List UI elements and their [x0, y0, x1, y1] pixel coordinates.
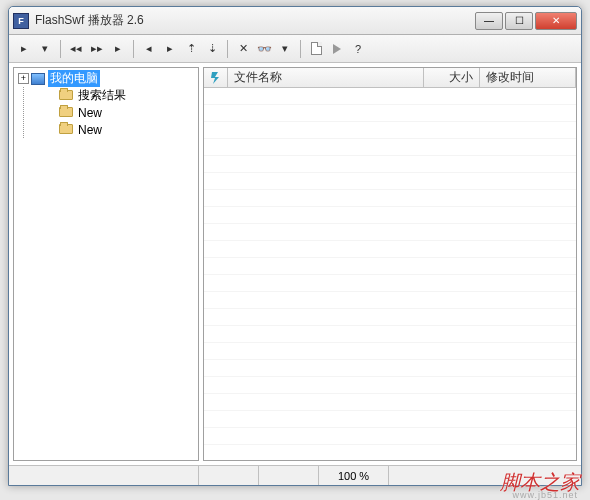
- folder-icon: [59, 90, 73, 102]
- statusbar: 100 %: [9, 465, 581, 485]
- tree-children: 搜索结果 New New: [23, 87, 196, 138]
- status-zoom: 100 %: [319, 466, 389, 485]
- list-header: 文件名称 大小 修改时间: [204, 68, 576, 88]
- window-title: FlashSwf 播放器 2.6: [35, 12, 475, 29]
- search-icon[interactable]: 👓: [255, 40, 273, 58]
- tree-label: 搜索结果: [76, 87, 128, 104]
- separator: [133, 40, 134, 58]
- play-icon[interactable]: ▸: [15, 40, 33, 58]
- status-cell: [199, 466, 259, 485]
- fastforward-icon[interactable]: ▸▸: [88, 40, 106, 58]
- status-cell: [259, 466, 319, 485]
- column-filename[interactable]: 文件名称: [228, 68, 424, 87]
- new-document-icon[interactable]: [307, 40, 325, 58]
- step-forward-icon[interactable]: ▸: [109, 40, 127, 58]
- status-right: [389, 466, 581, 485]
- separator: [227, 40, 228, 58]
- arrow-right-icon[interactable]: ▸: [161, 40, 179, 58]
- flash-icon: [209, 71, 223, 85]
- separator: [300, 40, 301, 58]
- folder-tree[interactable]: + 我的电脑 搜索结果 New New: [13, 67, 199, 461]
- app-window: F FlashSwf 播放器 2.6 — ☐ ✕ ▸ ▾ ◂◂ ▸▸ ▸ ◂ ▸…: [8, 6, 582, 486]
- folder-icon: [59, 124, 73, 136]
- maximize-button[interactable]: ☐: [505, 12, 533, 30]
- dropdown-icon[interactable]: ▾: [276, 40, 294, 58]
- content-area: + 我的电脑 搜索结果 New New: [9, 63, 581, 465]
- tree-label: New: [76, 123, 104, 137]
- expand-icon[interactable]: +: [18, 73, 29, 84]
- rewind-icon[interactable]: ◂◂: [67, 40, 85, 58]
- column-modified[interactable]: 修改时间: [480, 68, 576, 87]
- computer-icon: [31, 73, 45, 85]
- list-body[interactable]: [204, 88, 576, 460]
- titlebar[interactable]: F FlashSwf 播放器 2.6 — ☐ ✕: [9, 7, 581, 35]
- app-icon: F: [13, 13, 29, 29]
- separator: [60, 40, 61, 58]
- run-icon[interactable]: [328, 40, 346, 58]
- column-size[interactable]: 大小: [424, 68, 480, 87]
- dropdown-icon[interactable]: ▾: [36, 40, 54, 58]
- tree-item-new[interactable]: New: [44, 104, 196, 121]
- delete-icon[interactable]: ✕: [234, 40, 252, 58]
- tree-label: New: [76, 106, 104, 120]
- file-list: 文件名称 大小 修改时间: [203, 67, 577, 461]
- tree-root-mycomputer[interactable]: + 我的电脑: [16, 70, 196, 87]
- watermark-url: www.jb51.net: [512, 490, 578, 500]
- minimize-button[interactable]: —: [475, 12, 503, 30]
- window-controls: — ☐ ✕: [475, 12, 577, 30]
- status-left: [9, 466, 199, 485]
- folder-icon: [59, 107, 73, 119]
- tree-label: 我的电脑: [48, 70, 100, 87]
- arrow-up-icon[interactable]: ⇡: [182, 40, 200, 58]
- column-icon[interactable]: [204, 68, 228, 87]
- arrow-down-icon[interactable]: ⇣: [203, 40, 221, 58]
- close-button[interactable]: ✕: [535, 12, 577, 30]
- tree-item-new[interactable]: New: [44, 121, 196, 138]
- arrow-left-icon[interactable]: ◂: [140, 40, 158, 58]
- tree-item-search-results[interactable]: 搜索结果: [44, 87, 196, 104]
- toolbar: ▸ ▾ ◂◂ ▸▸ ▸ ◂ ▸ ⇡ ⇣ ✕ 👓 ▾ ?: [9, 35, 581, 63]
- help-icon[interactable]: ?: [349, 40, 367, 58]
